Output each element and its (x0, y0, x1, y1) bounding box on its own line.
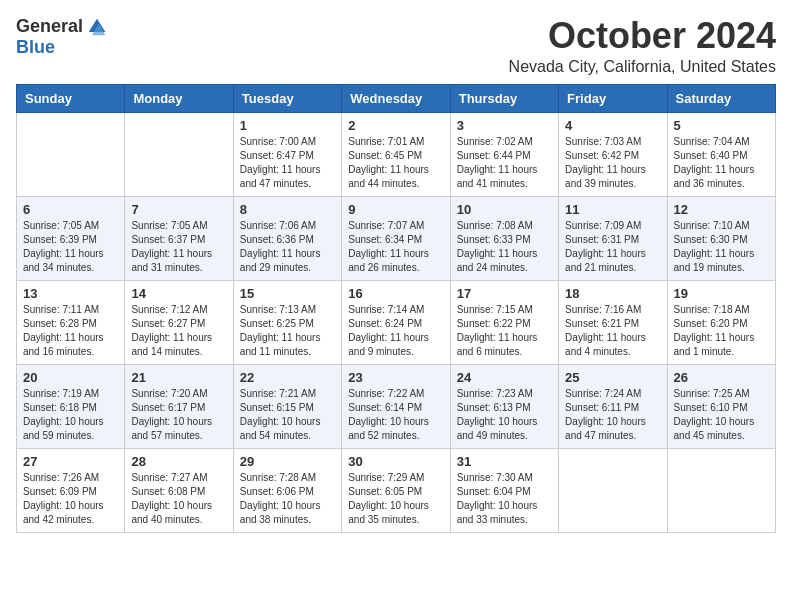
day-info: Sunrise: 7:11 AM Sunset: 6:28 PM Dayligh… (23, 303, 118, 359)
calendar-cell-w4-d3: 22Sunrise: 7:21 AM Sunset: 6:15 PM Dayli… (233, 364, 341, 448)
calendar-cell-w3-d2: 14Sunrise: 7:12 AM Sunset: 6:27 PM Dayli… (125, 280, 233, 364)
day-number: 25 (565, 370, 660, 385)
day-info: Sunrise: 7:05 AM Sunset: 6:37 PM Dayligh… (131, 219, 226, 275)
day-number: 10 (457, 202, 552, 217)
day-number: 21 (131, 370, 226, 385)
calendar-cell-w3-d6: 18Sunrise: 7:16 AM Sunset: 6:21 PM Dayli… (559, 280, 667, 364)
day-number: 29 (240, 454, 335, 469)
day-info: Sunrise: 7:24 AM Sunset: 6:11 PM Dayligh… (565, 387, 660, 443)
day-info: Sunrise: 7:04 AM Sunset: 6:40 PM Dayligh… (674, 135, 769, 191)
day-number: 24 (457, 370, 552, 385)
day-info: Sunrise: 7:12 AM Sunset: 6:27 PM Dayligh… (131, 303, 226, 359)
calendar-week-2: 6Sunrise: 7:05 AM Sunset: 6:39 PM Daylig… (17, 196, 776, 280)
calendar-cell-w2-d5: 10Sunrise: 7:08 AM Sunset: 6:33 PM Dayli… (450, 196, 558, 280)
calendar-cell-w3-d4: 16Sunrise: 7:14 AM Sunset: 6:24 PM Dayli… (342, 280, 450, 364)
day-info: Sunrise: 7:07 AM Sunset: 6:34 PM Dayligh… (348, 219, 443, 275)
day-number: 5 (674, 118, 769, 133)
day-number: 16 (348, 286, 443, 301)
calendar-cell-w4-d6: 25Sunrise: 7:24 AM Sunset: 6:11 PM Dayli… (559, 364, 667, 448)
day-number: 20 (23, 370, 118, 385)
calendar-cell-w5-d1: 27Sunrise: 7:26 AM Sunset: 6:09 PM Dayli… (17, 448, 125, 532)
day-info: Sunrise: 7:21 AM Sunset: 6:15 PM Dayligh… (240, 387, 335, 443)
day-number: 13 (23, 286, 118, 301)
calendar-cell-w3-d1: 13Sunrise: 7:11 AM Sunset: 6:28 PM Dayli… (17, 280, 125, 364)
calendar-table: Sunday Monday Tuesday Wednesday Thursday… (16, 84, 776, 533)
calendar-cell-w2-d2: 7Sunrise: 7:05 AM Sunset: 6:37 PM Daylig… (125, 196, 233, 280)
calendar-cell-w3-d7: 19Sunrise: 7:18 AM Sunset: 6:20 PM Dayli… (667, 280, 775, 364)
day-number: 4 (565, 118, 660, 133)
calendar-cell-w2-d1: 6Sunrise: 7:05 AM Sunset: 6:39 PM Daylig… (17, 196, 125, 280)
calendar-cell-w3-d5: 17Sunrise: 7:15 AM Sunset: 6:22 PM Dayli… (450, 280, 558, 364)
day-info: Sunrise: 7:23 AM Sunset: 6:13 PM Dayligh… (457, 387, 552, 443)
day-number: 23 (348, 370, 443, 385)
day-info: Sunrise: 7:13 AM Sunset: 6:25 PM Dayligh… (240, 303, 335, 359)
calendar-cell-w1-d5: 3Sunrise: 7:02 AM Sunset: 6:44 PM Daylig… (450, 112, 558, 196)
logo-icon (87, 17, 107, 37)
day-info: Sunrise: 7:03 AM Sunset: 6:42 PM Dayligh… (565, 135, 660, 191)
logo: General Blue (16, 16, 107, 58)
day-info: Sunrise: 7:10 AM Sunset: 6:30 PM Dayligh… (674, 219, 769, 275)
day-info: Sunrise: 7:19 AM Sunset: 6:18 PM Dayligh… (23, 387, 118, 443)
day-info: Sunrise: 7:22 AM Sunset: 6:14 PM Dayligh… (348, 387, 443, 443)
calendar-cell-w2-d3: 8Sunrise: 7:06 AM Sunset: 6:36 PM Daylig… (233, 196, 341, 280)
day-info: Sunrise: 7:27 AM Sunset: 6:08 PM Dayligh… (131, 471, 226, 527)
calendar-cell-w1-d1 (17, 112, 125, 196)
day-info: Sunrise: 7:16 AM Sunset: 6:21 PM Dayligh… (565, 303, 660, 359)
logo-general-text: General (16, 16, 83, 37)
calendar-week-3: 13Sunrise: 7:11 AM Sunset: 6:28 PM Dayli… (17, 280, 776, 364)
day-number: 1 (240, 118, 335, 133)
day-number: 7 (131, 202, 226, 217)
day-number: 14 (131, 286, 226, 301)
day-info: Sunrise: 7:26 AM Sunset: 6:09 PM Dayligh… (23, 471, 118, 527)
col-thursday: Thursday (450, 84, 558, 112)
calendar-cell-w1-d2 (125, 112, 233, 196)
calendar-cell-w1-d7: 5Sunrise: 7:04 AM Sunset: 6:40 PM Daylig… (667, 112, 775, 196)
calendar-cell-w3-d3: 15Sunrise: 7:13 AM Sunset: 6:25 PM Dayli… (233, 280, 341, 364)
day-info: Sunrise: 7:00 AM Sunset: 6:47 PM Dayligh… (240, 135, 335, 191)
calendar-cell-w5-d2: 28Sunrise: 7:27 AM Sunset: 6:08 PM Dayli… (125, 448, 233, 532)
calendar-cell-w4-d7: 26Sunrise: 7:25 AM Sunset: 6:10 PM Dayli… (667, 364, 775, 448)
day-info: Sunrise: 7:25 AM Sunset: 6:10 PM Dayligh… (674, 387, 769, 443)
day-number: 26 (674, 370, 769, 385)
day-number: 8 (240, 202, 335, 217)
calendar-cell-w1-d3: 1Sunrise: 7:00 AM Sunset: 6:47 PM Daylig… (233, 112, 341, 196)
day-number: 3 (457, 118, 552, 133)
day-number: 27 (23, 454, 118, 469)
day-number: 9 (348, 202, 443, 217)
col-saturday: Saturday (667, 84, 775, 112)
calendar-cell-w2-d6: 11Sunrise: 7:09 AM Sunset: 6:31 PM Dayli… (559, 196, 667, 280)
calendar-week-4: 20Sunrise: 7:19 AM Sunset: 6:18 PM Dayli… (17, 364, 776, 448)
calendar-week-1: 1Sunrise: 7:00 AM Sunset: 6:47 PM Daylig… (17, 112, 776, 196)
page-header: General Blue October 2024 Nevada City, C… (16, 16, 776, 76)
day-number: 22 (240, 370, 335, 385)
calendar-cell-w5-d6 (559, 448, 667, 532)
day-info: Sunrise: 7:05 AM Sunset: 6:39 PM Dayligh… (23, 219, 118, 275)
day-number: 2 (348, 118, 443, 133)
month-title: October 2024 (509, 16, 776, 56)
day-number: 15 (240, 286, 335, 301)
col-friday: Friday (559, 84, 667, 112)
calendar-cell-w4-d4: 23Sunrise: 7:22 AM Sunset: 6:14 PM Dayli… (342, 364, 450, 448)
day-info: Sunrise: 7:02 AM Sunset: 6:44 PM Dayligh… (457, 135, 552, 191)
calendar-cell-w5-d5: 31Sunrise: 7:30 AM Sunset: 6:04 PM Dayli… (450, 448, 558, 532)
day-number: 11 (565, 202, 660, 217)
day-number: 12 (674, 202, 769, 217)
logo-blue-text: Blue (16, 37, 55, 57)
day-number: 28 (131, 454, 226, 469)
calendar-cell-w4-d5: 24Sunrise: 7:23 AM Sunset: 6:13 PM Dayli… (450, 364, 558, 448)
calendar-cell-w2-d4: 9Sunrise: 7:07 AM Sunset: 6:34 PM Daylig… (342, 196, 450, 280)
day-number: 31 (457, 454, 552, 469)
col-wednesday: Wednesday (342, 84, 450, 112)
day-info: Sunrise: 7:18 AM Sunset: 6:20 PM Dayligh… (674, 303, 769, 359)
day-info: Sunrise: 7:20 AM Sunset: 6:17 PM Dayligh… (131, 387, 226, 443)
day-info: Sunrise: 7:15 AM Sunset: 6:22 PM Dayligh… (457, 303, 552, 359)
day-number: 19 (674, 286, 769, 301)
location-title: Nevada City, California, United States (509, 58, 776, 76)
calendar-cell-w5-d7 (667, 448, 775, 532)
day-info: Sunrise: 7:01 AM Sunset: 6:45 PM Dayligh… (348, 135, 443, 191)
calendar-cell-w2-d7: 12Sunrise: 7:10 AM Sunset: 6:30 PM Dayli… (667, 196, 775, 280)
day-number: 18 (565, 286, 660, 301)
calendar-cell-w1-d4: 2Sunrise: 7:01 AM Sunset: 6:45 PM Daylig… (342, 112, 450, 196)
day-info: Sunrise: 7:29 AM Sunset: 6:05 PM Dayligh… (348, 471, 443, 527)
title-section: October 2024 Nevada City, California, Un… (509, 16, 776, 76)
